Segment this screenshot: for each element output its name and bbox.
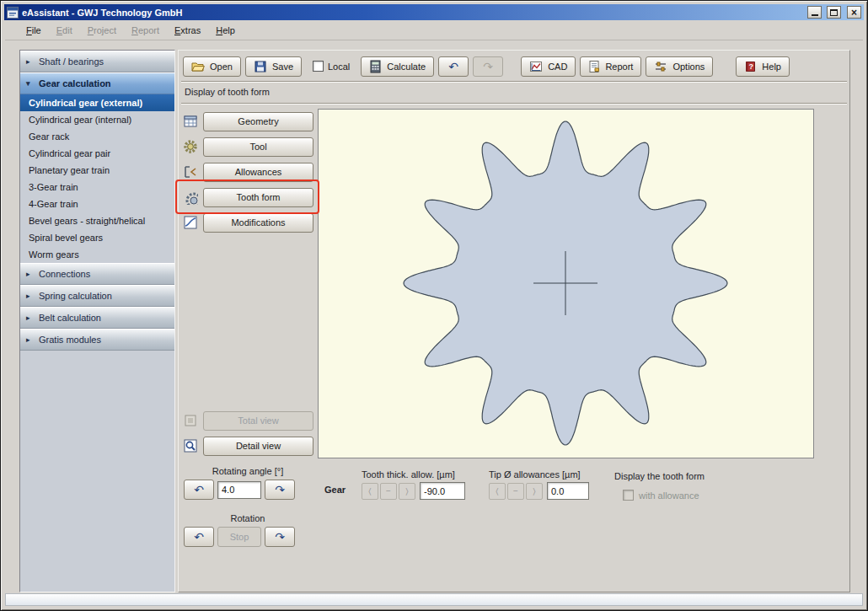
tooth-thick-increase-button[interactable]: 〉 [399, 483, 415, 500]
sidebar-item-cylindrical-gear-pair[interactable]: Cylindrical gear pair [20, 145, 174, 162]
rotate-cw-icon: ↷ [275, 484, 285, 496]
with-allowance-checkbox[interactable] [623, 490, 634, 501]
chevron-right-icon: ▸ [26, 335, 33, 344]
total-view-button[interactable]: Total view [203, 411, 313, 431]
display-tooth-form-label: Display the tooth form [614, 471, 705, 481]
tooth-form-canvas[interactable] [318, 109, 814, 458]
with-allowance-label: with allowance [639, 490, 699, 501]
sidebar-section-connections[interactable]: ▸ Connections [20, 263, 174, 285]
menu-edit[interactable]: Edit [49, 23, 80, 38]
sidebar-item-3-gear-train[interactable]: 3-Gear train [20, 179, 174, 196]
detail-view-row: Detail view [182, 436, 313, 456]
menu-project[interactable]: Project [80, 23, 124, 38]
section-label: Gratis modules [39, 335, 101, 345]
sidebar-section-spring-calculation[interactable]: ▸ Spring calculation [20, 285, 174, 307]
with-allowance-group[interactable]: with allowance [623, 490, 699, 501]
calculate-button[interactable]: Calculate [361, 56, 434, 77]
tip-allow-reset-button[interactable]: − [507, 483, 524, 500]
options-button[interactable]: Options [646, 56, 713, 77]
save-label: Save [272, 62, 293, 72]
tip-allow-increase-button[interactable]: 〉 [526, 483, 543, 500]
sidebar-item-cylindrical-gear-external[interactable]: Cylindrical gear (external) [20, 94, 174, 111]
open-button[interactable]: Open [183, 56, 241, 77]
sidebar-item-planetary-gear-train[interactable]: Planetary gear train [20, 162, 174, 179]
undo-icon: ↶ [448, 61, 458, 72]
cad-button[interactable]: CAD [521, 56, 576, 77]
tooth-thick-label: Tooth thick. allow. [µm] [362, 469, 455, 480]
tool-button[interactable]: Tool [203, 137, 313, 157]
sidebar-item-bevel-gears[interactable]: Bevel gears - straight/helical [20, 212, 174, 229]
allowances-icon [182, 163, 199, 180]
minimize-button[interactable] [807, 6, 822, 19]
rotation-ccw-button[interactable]: ↶ [184, 527, 214, 547]
tip-allowances-label: Tip Ø allowances [µm] [489, 469, 581, 480]
chevron-right-icon: ▸ [26, 292, 33, 300]
geometry-row: Geometry [182, 111, 313, 131]
tip-allow-decrease-button[interactable]: 〈 [489, 483, 506, 500]
menu-extras[interactable]: Extras [167, 23, 208, 38]
local-label: Local [328, 62, 350, 72]
status-strip [5, 593, 863, 606]
redo-icon: ↷ [483, 61, 493, 72]
allowances-button[interactable]: Allowances [203, 163, 313, 182]
chevron-right-icon: ▸ [26, 57, 33, 66]
rotate-ccw-button[interactable]: ↶ [184, 480, 214, 500]
sidebar-section-gratis-modules[interactable]: ▸ Gratis modules [20, 329, 174, 351]
rotation-cw-button[interactable]: ↷ [265, 527, 295, 547]
modifications-row: Modifications [182, 212, 313, 233]
sidebar-item-spiral-bevel-gears[interactable]: Spiral bevel gears [20, 229, 174, 246]
rotating-angle-input[interactable] [217, 481, 261, 499]
save-button[interactable]: Save [245, 56, 302, 77]
cad-label: CAD [548, 62, 567, 72]
toolbar-divider [181, 81, 847, 83]
minimize-icon [812, 9, 818, 16]
tooth-thick-reset-button[interactable]: − [380, 483, 397, 500]
detail-view-magnifier-icon [182, 437, 199, 454]
redo-button[interactable]: ↷ [473, 56, 503, 77]
menu-file[interactable]: File [19, 23, 49, 38]
sidebar-item-gear-rack[interactable]: Gear rack [20, 128, 174, 145]
sidebar-section-belt-calculation[interactable]: ▸ Belt calculation [20, 307, 174, 329]
main-panel: Open Save Local [178, 50, 850, 592]
chevron-down-icon: ▾ [26, 79, 33, 88]
calculator-icon [369, 60, 382, 73]
rotation-controls: ↶ Stop ↷ [184, 527, 295, 547]
local-checkbox-group[interactable]: Local [313, 61, 350, 72]
tooth-thick-input[interactable] [420, 482, 465, 500]
close-button[interactable]: × [847, 6, 861, 19]
calculate-label: Calculate [387, 62, 426, 72]
sidebar-item-cylindrical-gear-internal[interactable]: Cylindrical gear (internal) [20, 111, 174, 128]
report-button[interactable]: Report [580, 56, 641, 77]
window-title: eAssistant - GWJ Technology GmbH [22, 8, 804, 18]
tool-icon [182, 138, 199, 155]
maximize-button[interactable] [827, 6, 841, 19]
rotation-cw-icon: ↷ [275, 531, 285, 543]
sidebar-section-shaft-bearings[interactable]: ▸ Shaft / bearings [20, 51, 174, 72]
sidebar-section-gear-calculation[interactable]: ▾ Gear calculation [20, 72, 174, 94]
sidebar-item-4-gear-train[interactable]: 4-Gear train [20, 196, 174, 212]
local-checkbox[interactable] [313, 61, 324, 72]
rotating-angle-label: Rotating angle [°] [182, 466, 313, 476]
svg-text:?: ? [749, 62, 754, 71]
geometry-button[interactable]: Geometry [203, 112, 313, 131]
rotation-stop-button[interactable]: Stop [217, 527, 261, 547]
menu-report[interactable]: Report [124, 23, 167, 38]
app-icon [7, 7, 19, 19]
main-toolbar: Open Save Local [183, 55, 845, 78]
tip-allow-input[interactable] [547, 482, 589, 500]
tooth-form-icon [182, 189, 199, 206]
undo-button[interactable]: ↶ [438, 56, 469, 77]
modifications-button[interactable]: Modifications [203, 213, 313, 233]
help-button[interactable]: ? Help [736, 56, 790, 77]
sidebar: ▸ Shaft / bearings ▾ Gear calculation Cy… [19, 50, 175, 592]
help-book-icon: ? [744, 60, 757, 73]
maximize-icon [830, 9, 838, 16]
menu-help[interactable]: Help [208, 23, 243, 38]
sidebar-item-worm-gears[interactable]: Worm gears [20, 246, 174, 263]
app-window: eAssistant - GWJ Technology GmbH × File … [0, 0, 868, 611]
detail-view-button[interactable]: Detail view [203, 437, 313, 456]
tooth-thick-decrease-button[interactable]: 〈 [362, 483, 378, 500]
section-label: Spring calculation [39, 291, 112, 301]
tooth-form-button[interactable]: Tooth form [203, 188, 313, 207]
rotate-cw-button[interactable]: ↷ [265, 480, 295, 500]
